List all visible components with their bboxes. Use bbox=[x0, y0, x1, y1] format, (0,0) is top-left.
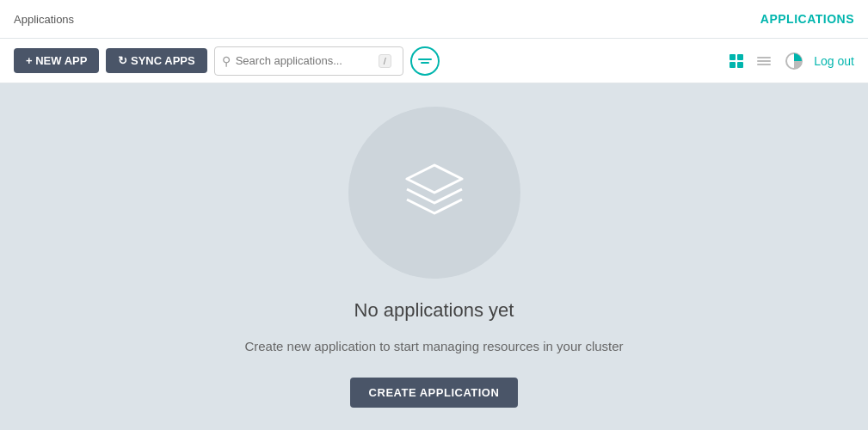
page-title: APPLICATIONS bbox=[760, 12, 854, 26]
toolbar-right: Log out bbox=[726, 48, 854, 74]
filter-line-1 bbox=[418, 58, 432, 60]
logout-button[interactable]: Log out bbox=[814, 54, 854, 68]
search-shortcut: / bbox=[379, 54, 391, 68]
toolbar: + NEW APP ↻ SYNC APPS ⚲ / bbox=[0, 39, 868, 83]
empty-state-icon-circle bbox=[348, 107, 520, 279]
filter-icon bbox=[418, 57, 432, 65]
search-icon: ⚲ bbox=[222, 54, 231, 68]
list-view-button[interactable] bbox=[754, 52, 774, 71]
search-input[interactable] bbox=[236, 54, 373, 67]
svg-marker-1 bbox=[407, 165, 462, 193]
breadcrumb-area: Applications bbox=[14, 13, 74, 26]
filter-button[interactable] bbox=[410, 46, 440, 76]
layers-icon bbox=[391, 150, 477, 236]
top-nav: Applications APPLICATIONS bbox=[0, 0, 868, 39]
grid-view-button[interactable] bbox=[726, 51, 747, 71]
breadcrumb: Applications bbox=[14, 13, 74, 26]
create-application-button[interactable]: CREATE APPLICATION bbox=[350, 378, 519, 408]
top-nav-right: APPLICATIONS bbox=[760, 12, 854, 26]
empty-state-subtitle: Create new application to start managing… bbox=[244, 339, 623, 353]
filter-line-2 bbox=[421, 62, 429, 64]
main-content: No applications yet Create new applicati… bbox=[0, 83, 868, 430]
search-container: ⚲ / bbox=[214, 46, 403, 76]
pie-chart-icon bbox=[785, 52, 803, 71]
chart-view-button[interactable] bbox=[781, 48, 807, 74]
sync-apps-button[interactable]: ↻ SYNC APPS bbox=[106, 48, 206, 73]
list-icon bbox=[757, 55, 771, 67]
new-app-button[interactable]: + NEW APP bbox=[14, 48, 99, 73]
grid-icon bbox=[729, 54, 743, 68]
empty-state-title: No applications yet bbox=[354, 299, 514, 322]
